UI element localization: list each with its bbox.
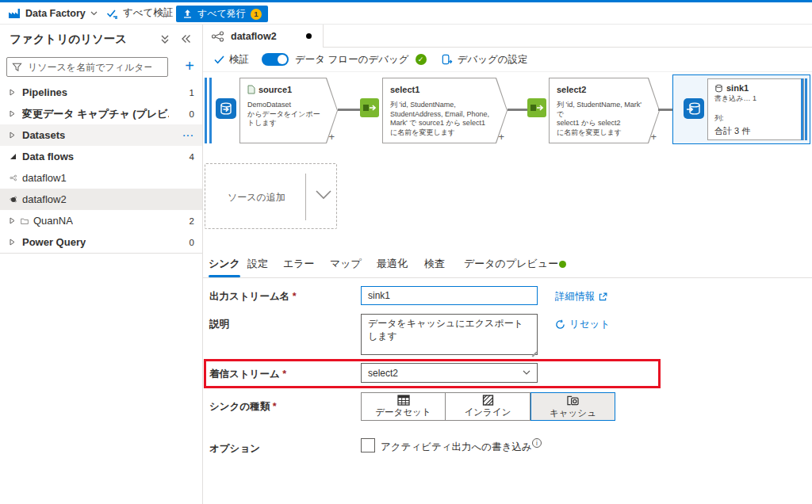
incoming-stream-dropdown[interactable]: select2 <box>361 363 538 383</box>
data-preview-ready-dot <box>559 261 566 268</box>
resource-tree: Pipelines 1 変更データ キャプチャ (プレビ... 0 Datase… <box>0 82 202 254</box>
resource-filter-input[interactable] <box>26 61 153 74</box>
app-switcher[interactable]: Data Factory <box>8 2 98 24</box>
reset-link[interactable]: リセット <box>555 318 610 331</box>
dataset-table-icon <box>397 395 410 406</box>
output-stream-label: 出力ストリーム名 * <box>209 290 297 304</box>
divider <box>305 174 306 220</box>
chevron-right-icon[interactable] <box>10 89 17 96</box>
panel-tab-bar: シンク 設定 エラー マップ 最適化 検査 データのプレビュー <box>203 250 812 278</box>
publish-all-label: すべて発行 <box>197 7 246 21</box>
node-select1[interactable]: select1 列 'id, StudentName, StudentAddre… <box>382 78 508 143</box>
add-transformation-plus[interactable]: + <box>328 131 335 143</box>
editor-tab-strip: dataflow2 <box>203 25 812 48</box>
chevron-right-icon[interactable] <box>10 110 17 117</box>
add-resource-button[interactable]: + <box>185 56 194 76</box>
sidebar-item-quanna-folder[interactable]: QuanNA 2 <box>0 210 202 231</box>
app-name: Data Factory <box>25 8 86 19</box>
factory-resources-sidebar: ファクトリのリソース + Pipelines 1 変更データ キャプチャ (プレ… <box>0 25 203 504</box>
dataflow-icon <box>10 173 17 183</box>
chevron-down-icon[interactable] <box>315 189 332 200</box>
required-asterisk: * <box>293 291 297 302</box>
description-label: 説明 <box>209 318 229 331</box>
learn-more-link[interactable]: 詳細情報 <box>555 290 607 304</box>
debug-settings-button[interactable]: デバッグの設定 <box>441 53 528 67</box>
filter-icon <box>12 62 22 72</box>
item-count: 2 <box>190 216 194 226</box>
sidebar-item-data-flows[interactable]: Data flows 4 <box>0 146 202 167</box>
chevron-down-icon <box>523 370 530 376</box>
sink1-card[interactable]: sink1 書き込み… 1 列: 合計 3 件 <box>707 78 804 140</box>
sidebar-item-datasets[interactable]: Datasets ··· <box>0 124 202 146</box>
output-stream-input[interactable] <box>361 286 538 305</box>
folder-icon <box>21 216 29 226</box>
add-transformation-plus[interactable]: + <box>650 131 657 143</box>
options-label: オプション <box>209 442 260 456</box>
tab-dataflow2[interactable]: dataflow2 <box>203 25 324 48</box>
required-asterisk: * <box>273 401 277 412</box>
incoming-stream-label: 着信ストリーム * <box>209 368 286 381</box>
write-to-activity-checkbox[interactable] <box>361 438 375 452</box>
publish-all-button[interactable]: すべて発行 1 <box>176 6 268 22</box>
validate-all-icon <box>106 8 118 19</box>
write-to-activity-label: アクティビティ出力への書き込み <box>381 441 532 454</box>
item-count: 0 <box>190 109 194 119</box>
debug-settings-icon <box>441 54 453 66</box>
node-source1[interactable]: source1 DemoDataset からデータをインポートします + <box>239 78 338 143</box>
chevron-right-icon[interactable] <box>10 132 17 139</box>
chevron-right-icon[interactable] <box>10 239 17 246</box>
add-transformation-plus[interactable]: + <box>498 131 504 143</box>
tab-settings[interactable]: 設定 <box>247 257 268 271</box>
sidebar-item-dataflow1[interactable]: dataflow1 <box>0 167 202 189</box>
sink-columns-label: 列: <box>714 113 797 124</box>
more-actions-icon[interactable]: ··· <box>183 131 195 140</box>
refresh-icon <box>555 319 565 330</box>
validate-all-button[interactable]: すべて検証 <box>106 2 173 24</box>
dataflow-icon <box>211 31 225 42</box>
unsaved-changes-dot <box>306 33 312 39</box>
chevron-expanded-icon[interactable] <box>10 153 17 160</box>
tab-sink[interactable]: シンク <box>209 257 240 271</box>
publish-icon <box>182 9 193 19</box>
connector-line <box>658 109 674 111</box>
collapse-panel-icon[interactable] <box>181 34 191 44</box>
node-select2[interactable]: select2 列 'id, StudentName, Mark' で sele… <box>549 78 660 143</box>
node-sink1-selected[interactable]: sink1 書き込み… 1 列: 合計 3 件 <box>672 74 810 144</box>
tab-optimize[interactable]: 最適化 <box>377 257 408 271</box>
validate-button[interactable]: 検証 <box>214 53 249 67</box>
tab-data-preview[interactable]: データのプレビュー <box>464 257 558 271</box>
add-source-dropzone[interactable]: ソースの追加 <box>205 163 337 229</box>
tab-errors[interactable]: エラー <box>283 257 315 271</box>
tab-title: dataflow2 <box>231 31 277 42</box>
sidebar-item-dataflow2[interactable]: dataflow2 <box>0 189 202 210</box>
sink-type-button-group: データセット インライン キャッシュ <box>361 392 615 421</box>
main-area: dataflow2 検証 データ フローのデバッグ ✓ デバッグの設定 <box>203 25 812 504</box>
sink-type-dataset-button[interactable]: データセット <box>361 392 446 421</box>
sink-type-cache-button[interactable]: キャッシュ <box>530 392 615 421</box>
expand-all-icon[interactable] <box>160 34 170 44</box>
node-description: 列 'id, StudentName, Mark' で select1 から s… <box>557 101 644 138</box>
dataflow-canvas[interactable]: source1 DemoDataset からデータをインポートします + sel… <box>203 72 812 249</box>
sidebar-title: ファクトリのリソース <box>10 32 127 47</box>
source-transformation-icon[interactable] <box>216 98 236 119</box>
inline-hatched-icon <box>482 395 494 406</box>
dataflow-debug-toggle[interactable] <box>262 53 289 66</box>
resource-filter-box <box>6 57 168 77</box>
sidebar-item-pipelines[interactable]: Pipelines 1 <box>0 82 202 103</box>
sidebar-item-change-data-capture[interactable]: 変更データ キャプチャ (プレビ... 0 <box>0 103 202 124</box>
sink-type-inline-button[interactable]: インライン <box>446 392 530 421</box>
select-transformation-icon[interactable] <box>527 98 546 117</box>
publish-count-badge: 1 <box>251 9 262 20</box>
cache-sink-icon <box>714 84 723 93</box>
sidebar-item-power-query[interactable]: Power Query 0 <box>0 231 202 253</box>
tab-inspect[interactable]: 検査 <box>424 257 445 271</box>
flow-end-bars <box>801 78 807 140</box>
chevron-right-icon[interactable] <box>10 217 17 224</box>
description-textarea[interactable]: データをキャッシュにエクスポートします <box>361 314 538 355</box>
info-icon[interactable]: i <box>532 438 542 448</box>
tab-mapping[interactable]: マップ <box>330 257 362 271</box>
select-transformation-icon[interactable] <box>360 98 379 117</box>
required-asterisk: * <box>282 368 286 380</box>
connector-line <box>338 109 360 111</box>
check-icon <box>214 55 224 64</box>
